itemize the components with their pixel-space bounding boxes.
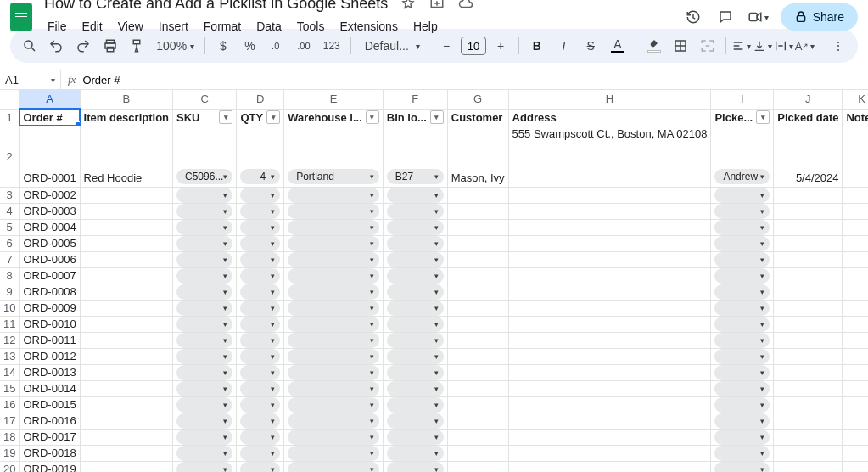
dropdown-chip[interactable]: .▾ [240,284,280,300]
cell[interactable]: .▾ [173,332,237,348]
cell[interactable]: .▾ [173,203,237,219]
cell[interactable]: .▾ [383,316,447,332]
row-header[interactable]: 3 [0,187,20,203]
cell[interactable] [843,235,868,251]
text-color-icon[interactable]: A [605,33,630,59]
filter-icon[interactable]: ▾ [366,110,379,124]
cell[interactable]: ORD-0014 [20,380,80,396]
dropdown-chip[interactable]: .▾ [288,268,379,284]
cell[interactable]: .▾ [711,251,774,267]
cell[interactable]: .▾ [383,396,447,413]
cell[interactable]: .▾ [173,251,237,267]
cell[interactable] [774,203,843,219]
cell[interactable]: .▾ [173,219,237,235]
cell[interactable]: ORD-0013 [20,364,80,380]
cell[interactable]: .▾ [711,284,774,300]
cell[interactable]: .▾ [284,396,384,413]
cell[interactable]: .▾ [237,284,284,300]
cell[interactable] [843,284,868,300]
cell[interactable]: .▾ [237,364,284,380]
cell[interactable]: 4▾ [237,126,284,187]
cell[interactable]: .▾ [237,235,284,251]
cell[interactable]: ORD-0009 [20,300,80,316]
header-cell-G[interactable]: Customer [447,109,508,126]
cell[interactable] [80,332,172,348]
cell[interactable]: ORD-0018 [20,445,80,461]
cell[interactable]: .▾ [711,187,774,203]
cell[interactable]: .▾ [711,445,774,461]
header-cell-K[interactable]: Notes [843,109,868,126]
dropdown-chip[interactable]: Portland▾ [288,169,379,184]
header-cell-J[interactable]: Picked date [774,109,843,126]
text-wrap-icon[interactable]: ▾ [774,33,793,59]
dropdown-chip[interactable]: .▾ [288,220,379,235]
dropdown-chip[interactable]: Andrew▾ [714,169,770,184]
cell[interactable]: .▾ [284,203,384,219]
dropdown-chip[interactable]: .▾ [240,252,280,267]
name-box[interactable]: A1 ▾ [0,70,61,89]
share-button[interactable]: Share [781,3,858,31]
cell[interactable]: .▾ [237,251,284,267]
cell[interactable] [843,203,868,219]
cell[interactable]: ORD-0001 [20,126,80,187]
fontsize-minus-icon[interactable]: − [434,33,459,59]
dropdown-chip[interactable]: .▾ [176,413,232,429]
row-header[interactable]: 12 [0,332,20,348]
cell[interactable]: ORD-0011 [20,332,80,348]
cell[interactable] [774,251,843,267]
cell[interactable]: .▾ [237,300,284,316]
cell[interactable]: .▾ [284,445,384,461]
cell[interactable]: .▾ [383,300,447,316]
borders-icon[interactable] [668,33,693,59]
row-header[interactable]: 18 [0,429,20,445]
header-cell-H[interactable]: Address [508,109,711,126]
dropdown-chip[interactable]: .▾ [240,236,280,251]
cell[interactable] [80,251,172,267]
col-header-G[interactable]: G [447,90,508,109]
dropdown-chip[interactable]: .▾ [240,333,280,348]
col-header-B[interactable]: B [80,90,172,109]
sheets-logo[interactable] [10,3,32,31]
header-cell-B[interactable]: Item description [80,109,172,126]
row-header[interactable]: 8 [0,267,20,284]
dropdown-chip[interactable]: .▾ [387,365,444,380]
cell[interactable] [80,219,172,235]
increase-decimal-icon[interactable]: .00 [291,33,316,59]
cell[interactable]: .▾ [173,445,237,461]
toolbar-overflow-icon[interactable]: ⋮ [826,33,851,59]
cell[interactable]: .▾ [284,187,384,203]
cell[interactable]: .▾ [237,267,284,284]
cell[interactable] [774,429,843,445]
cell[interactable] [447,413,508,429]
dropdown-chip[interactable]: .▾ [176,317,232,332]
history-icon[interactable] [683,7,703,27]
row-header[interactable]: 9 [0,284,20,300]
filter-icon[interactable]: ▾ [430,110,444,124]
dropdown-chip[interactable]: .▾ [714,381,770,396]
format-currency-icon[interactable]: $ [210,33,236,59]
cell[interactable] [447,187,508,203]
dropdown-chip[interactable]: .▾ [240,188,280,203]
cell[interactable] [508,235,711,251]
cell[interactable]: .▾ [237,445,284,461]
filter-icon[interactable]: ▾ [219,110,232,124]
dropdown-chip[interactable]: .▾ [387,268,444,284]
cell[interactable] [843,445,868,461]
dropdown-chip[interactable]: .▾ [288,397,379,413]
dropdown-chip[interactable]: .▾ [387,188,444,203]
dropdown-chip[interactable]: .▾ [240,381,280,396]
cell[interactable] [447,364,508,380]
dropdown-chip[interactable]: .▾ [714,446,770,461]
text-rotation-icon[interactable]: A↗▾ [795,33,815,59]
horizontal-align-icon[interactable]: ▾ [731,33,751,59]
dropdown-chip[interactable]: .▾ [714,204,770,219]
cell[interactable] [447,445,508,461]
cell[interactable]: .▾ [711,300,774,316]
dropdown-chip[interactable]: .▾ [288,252,379,267]
cell[interactable]: ORD-0016 [20,413,80,429]
cell[interactable] [843,429,868,445]
row-header[interactable]: 10 [0,300,20,316]
cell[interactable]: 5/4/2024 [774,126,843,187]
col-header-E[interactable]: E [284,90,384,109]
dropdown-chip[interactable]: .▾ [176,268,232,284]
